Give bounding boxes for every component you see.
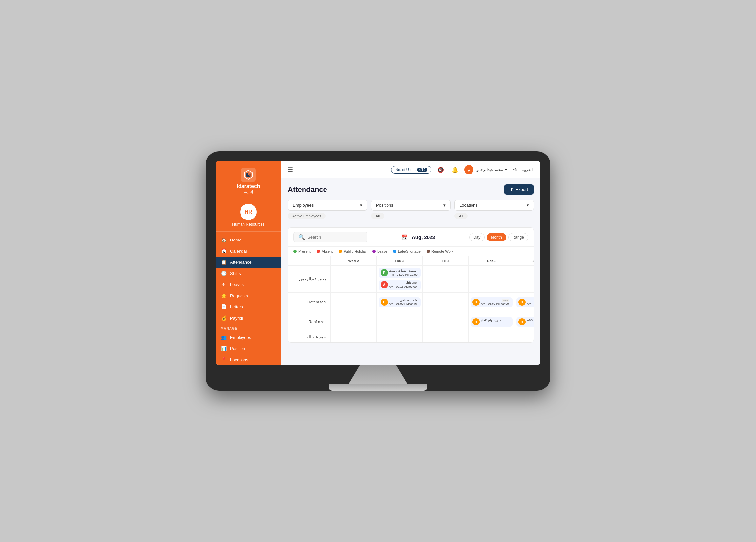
sidebar-item-payroll[interactable]: 💰 Payroll xyxy=(216,312,281,323)
employees-icon: 👥 xyxy=(221,335,227,340)
bell-icon[interactable]: 🔔 xyxy=(450,164,460,175)
shift-text: جدول دوام كامل xyxy=(481,318,502,322)
chevron-down-icon: ▾ xyxy=(443,203,446,208)
cal-day-header-2: Fri 4 xyxy=(423,256,469,265)
sidebar-item-position[interactable]: 📊 Position xyxy=(216,343,281,354)
cal-header-row: Wed 2 Thu 3 Fri 4 Sat 5 Sun 6 Mon 7 Tu xyxy=(288,256,534,266)
manage-section-label: MANAGE xyxy=(216,323,281,332)
cal-day-cell xyxy=(423,312,469,332)
page-title: Attendance xyxy=(288,185,327,194)
month-display: Aug, 2023 xyxy=(412,234,435,240)
cal-day-cell xyxy=(515,266,534,292)
sidebar-item-letters[interactable]: 📄 Letters xyxy=(216,301,281,312)
sidebar-item-employees[interactable]: 👥 Employees xyxy=(216,332,281,343)
cal-day-cell: H work test xyxy=(515,312,534,332)
calendar-icon: 📅 xyxy=(402,234,408,240)
cal-day-cell xyxy=(469,332,515,342)
cal-day-cell xyxy=(331,266,377,292)
search-icon: 🔍 xyxy=(298,234,305,240)
present-label: Present xyxy=(298,249,311,253)
chevron-down-icon: ▾ xyxy=(527,203,529,208)
filter-chips-col-1: Active Employees xyxy=(288,213,367,223)
shift-entry[interactable]: H شفت صباحي09:46 AM - 05:00 PM xyxy=(379,297,421,307)
locations-chip[interactable]: All xyxy=(454,213,468,219)
position-icon: 📊 xyxy=(221,346,227,351)
shift-entry[interactable]: A shift one09:00 AM - 09:15 AM xyxy=(379,280,421,290)
remote-work-dot xyxy=(427,250,430,253)
main-content: ☰ No. of Users 4/10 🔇 🔔 م محمد عبدالرحمن… xyxy=(281,161,540,365)
late-shortage-label: Late/Shortage xyxy=(398,249,421,253)
monitor-wrapper: Idaratech إدارتك HR Human Resources 🏠 Ho… xyxy=(206,151,550,391)
shift-avatar: H xyxy=(473,299,480,306)
legend-present: Present xyxy=(293,249,311,253)
shift-entry[interactable]: H work test xyxy=(516,317,534,327)
sidebar-item-shifts[interactable]: 🕐 Shifts xyxy=(216,268,281,279)
sidebar-item-leaves[interactable]: ✈ Leaves xyxy=(216,279,281,290)
view-day-btn[interactable]: Day xyxy=(469,233,485,241)
sidebar-item-attendance[interactable]: 📋 Attendance xyxy=(216,257,281,268)
shift-entry[interactable]: H new09:00 AM - 05:00 PM xyxy=(471,297,513,307)
users-label: No. of Users xyxy=(395,168,415,172)
table-row: Rahf azab H جدول دوام كامل xyxy=(288,312,534,332)
sidebar-item-label: Locations xyxy=(230,357,248,362)
employees-filter[interactable]: Employees ▾ xyxy=(288,200,367,211)
hr-badge: HR xyxy=(240,204,257,220)
users-badge: No. of Users 4/10 xyxy=(391,166,431,174)
requests-icon: ⭐ xyxy=(221,293,227,298)
leaves-icon: ✈ xyxy=(221,282,227,287)
sidebar-item-locations[interactable]: 📍 Locations xyxy=(216,354,281,365)
view-range-btn[interactable]: Range xyxy=(508,233,528,241)
lang-en-btn[interactable]: EN xyxy=(511,167,519,173)
absent-label: Absent xyxy=(322,249,333,253)
mute-icon[interactable]: 🔇 xyxy=(435,164,446,175)
export-button[interactable]: ⬆ Export xyxy=(504,184,534,195)
attendance-icon: 📋 xyxy=(221,260,227,265)
users-count: 4/10 xyxy=(417,168,427,172)
cal-name-cell: Rahf azab xyxy=(288,312,331,332)
calendar-nav: 📅 Aug, 2023 xyxy=(402,234,435,240)
cal-name-cell: Hatem test xyxy=(288,293,331,312)
table-row: احمد عبدالله xyxy=(288,332,534,342)
view-btns: Day Month Range xyxy=(469,233,528,241)
logo-text: Idaratech xyxy=(237,183,260,189)
active-employees-chip[interactable]: Active Employees xyxy=(288,213,325,219)
hr-label: Human Resources xyxy=(232,222,264,227)
search-box[interactable]: 🔍 xyxy=(293,232,367,242)
lang-ar-btn[interactable]: العربية xyxy=(520,167,534,173)
positions-filter[interactable]: Positions ▾ xyxy=(371,200,451,211)
sidebar-item-label: Attendance xyxy=(230,260,252,265)
cal-day-cell xyxy=(515,332,534,342)
sidebar: Idaratech إدارتك HR Human Resources 🏠 Ho… xyxy=(216,161,281,365)
locations-filter[interactable]: Locations ▾ xyxy=(454,200,534,211)
shifts-icon: 🕐 xyxy=(221,271,227,276)
calendar-grid: Wed 2 Thu 3 Fri 4 Sat 5 Sun 6 Mon 7 Tu م… xyxy=(288,256,534,342)
sidebar-item-requests[interactable]: ⭐ Requests xyxy=(216,290,281,301)
shift-text: شفت صباحي09:46 AM - 05:00 PM xyxy=(389,299,417,306)
sidebar-item-label: Requests xyxy=(230,293,248,298)
shift-entry[interactable]: H new09:00 AM - 05:00 PM xyxy=(516,297,534,307)
table-row: Hatem test H شفت صباحي09:46 AM - 05:00 P… xyxy=(288,293,534,312)
sidebar-item-label: Leaves xyxy=(230,282,244,287)
sidebar-item-label: Shifts xyxy=(230,271,241,276)
hamburger-icon[interactable]: ☰ xyxy=(288,166,293,173)
positions-chip[interactable]: All xyxy=(371,213,384,219)
cal-day-header-1: Thu 3 xyxy=(377,256,423,265)
shift-entry[interactable]: H جدول دوام كامل xyxy=(471,317,513,327)
cal-day-header-0: Wed 2 xyxy=(331,256,377,265)
search-input[interactable] xyxy=(307,235,363,240)
shift-entry[interactable]: P الشفت الصباحي تست12:00 PM - 04:00 PM xyxy=(379,268,421,278)
cal-day-header-3: Sat 5 xyxy=(469,256,515,265)
export-icon: ⬆ xyxy=(510,187,514,192)
shift-text: الشفت الصباحي تست12:00 PM - 04:00 PM xyxy=(389,269,418,277)
view-month-btn[interactable]: Month xyxy=(487,233,506,241)
legend-remote-work: Remote Work xyxy=(427,249,453,253)
cal-day-cell xyxy=(331,293,377,312)
sidebar-item-label: Employees xyxy=(230,335,251,340)
chevron-down-icon: ▾ xyxy=(505,167,507,172)
legend-row: Present Absent Public Holiday Leave xyxy=(288,247,534,256)
export-label: Export xyxy=(515,187,528,192)
user-info[interactable]: م محمد عبدالرحمن ▾ xyxy=(464,165,507,174)
payroll-icon: 💰 xyxy=(221,315,227,321)
sidebar-item-home[interactable]: 🏠 Home xyxy=(216,234,281,245)
sidebar-item-calendar[interactable]: 📅 Calendar xyxy=(216,245,281,257)
